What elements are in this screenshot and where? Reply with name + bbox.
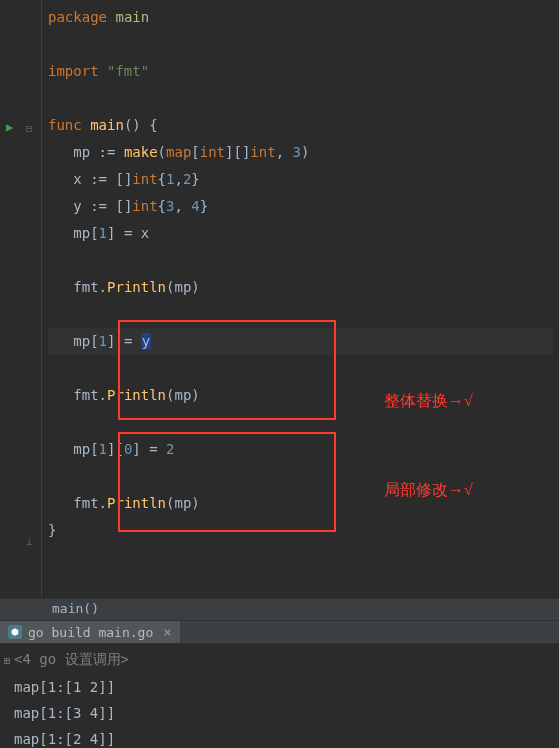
op: :=: [90, 144, 124, 160]
string: "fmt": [107, 63, 149, 79]
fold-icon[interactable]: ⊟: [26, 123, 32, 134]
ident: mp: [73, 144, 90, 160]
tab-label: go build main.go: [28, 625, 153, 640]
breadcrumb-item[interactable]: main(): [52, 601, 99, 616]
console-line: map[1:[2 4]]: [0, 726, 559, 748]
keyword: package: [48, 9, 107, 25]
keyword: func: [48, 117, 82, 133]
keyword: import: [48, 63, 99, 79]
build-tab[interactable]: ⬢ go build main.go ×: [0, 621, 180, 643]
function-name: main: [90, 117, 124, 133]
cursor-variable: y: [141, 333, 151, 349]
editor-gutter: ▶ ⊟ ⊥: [0, 0, 42, 598]
expand-icon[interactable]: ⊞: [4, 648, 14, 674]
close-icon[interactable]: ×: [163, 624, 171, 640]
console-header[interactable]: ⊞<4 go 设置调用>: [0, 646, 559, 674]
annotation-text: 整体替换→√: [384, 387, 473, 414]
annotation-text: 局部修改→√: [384, 476, 473, 503]
breadcrumb[interactable]: main(): [0, 598, 559, 620]
console-line: map[1:[3 4]]: [0, 700, 559, 726]
builtin: make: [124, 144, 158, 160]
console-output[interactable]: ⊞<4 go 设置调用> map[1:[1 2]] map[1:[3 4]] m…: [0, 644, 559, 748]
package-name: main: [115, 9, 149, 25]
tool-tab-bar: ⬢ go build main.go ×: [0, 620, 559, 644]
fold-icon[interactable]: ⊥: [26, 536, 32, 547]
console-line: map[1:[1 2]]: [0, 674, 559, 700]
run-icon[interactable]: ▶: [6, 120, 13, 134]
punct: () {: [124, 117, 158, 133]
code-editor[interactable]: ▶ ⊟ ⊥ package main import "fmt" func mai…: [0, 0, 559, 598]
code-content[interactable]: package main import "fmt" func main() { …: [42, 0, 559, 598]
go-icon: ⬢: [8, 625, 22, 639]
